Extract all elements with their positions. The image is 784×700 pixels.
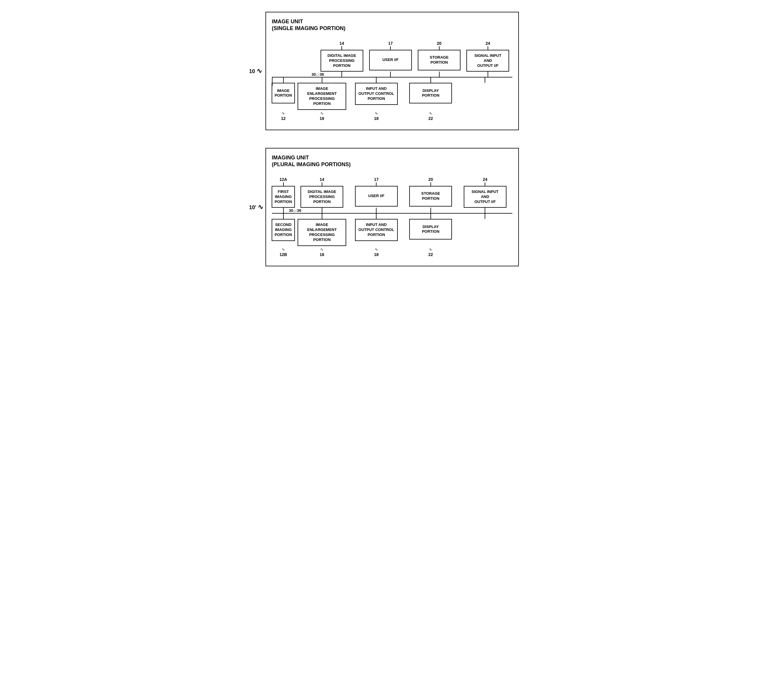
diag2-bottom-boxes: SECONDIMAGINGPORTION IMAGE ENLARGEMENTPR… [272, 219, 512, 246]
first-imaging-portion-box: FIRSTIMAGINGPORTION [272, 186, 295, 208]
diag1-bottom-numbers: ∿ 12 ∿ 16 ∿ 18 ∿ 22 [272, 111, 512, 121]
num-20-top-2: 20 [404, 177, 458, 182]
diag2-bus-row: 30↓↑36 [272, 213, 512, 213]
num-20-top: 20 [415, 41, 464, 46]
signal-input-output-if-box-1: SIGNAL INPUTANDOUTPUT I/F [466, 50, 509, 72]
num-14-top: 14 [318, 41, 366, 46]
bus-label-2: 30↓↑36 [289, 208, 301, 213]
num-14-top-2: 14 [295, 177, 349, 182]
bus-label-1: 30↓↑36 [312, 72, 324, 77]
diagram2-wrapper: 10' ∿ IMAGING UNIT (PLURAL IMAGING PORTI… [265, 148, 519, 266]
digital-image-processing-box-2: DIGITAL IMAGEPROCESSINGPORTION [300, 186, 343, 208]
user-if-box-1: USER I/F [369, 50, 412, 70]
diag1-top-numbers: 14 17 20 24 [272, 41, 512, 46]
diag2-connectors-from-bus [272, 213, 512, 219]
diagram1-unit-box: IMAGE UNIT (SINGLE IMAGING PORTION) 14 1… [265, 12, 519, 130]
user-if-box-2: USER I/F [355, 186, 398, 207]
unit1-label: 10 ∿ [249, 67, 262, 75]
storage-portion-box-2: STORAGEPORTION [409, 186, 452, 207]
display-portion-box-2: DISPLAYPORTION [409, 219, 452, 240]
diagram2-title: IMAGING UNIT (PLURAL IMAGING PORTIONS) [272, 154, 512, 168]
diag1-bottom-boxes: IMAGEPORTION IMAGE ENLARGEMENTPROCESSING… [272, 83, 512, 110]
num-22-bottom: 22 [404, 116, 458, 121]
unit2-label: 10' ∿ [249, 203, 263, 211]
diagram1-wrapper: 10 ∿ IMAGE UNIT (SINGLE IMAGING PORTION)… [265, 12, 519, 130]
diag2-top-numbers: 12A 14 17 20 24 [272, 177, 512, 182]
image-portion-box-1: IMAGEPORTION [272, 83, 295, 103]
second-imaging-portion-box: SECONDIMAGINGPORTION [272, 219, 295, 241]
diag2-connectors-to-bus [272, 208, 512, 213]
digital-image-processing-box-1: DIGITAL IMAGEPROCESSINGPORTION [320, 50, 363, 72]
num-16-bottom-2: 16 [295, 252, 349, 257]
storage-portion-box-1: STORAGEPORTION [418, 50, 460, 70]
diagrams-container: 10 ∿ IMAGE UNIT (SINGLE IMAGING PORTION)… [265, 12, 519, 266]
diag1-bus-row: 30↓↑36 [272, 77, 512, 77]
num-12-bottom: 12 [272, 116, 295, 121]
diagram1-title: IMAGE UNIT (SINGLE IMAGING PORTION) [272, 18, 512, 32]
signal-input-output-if-box-2: SIGNAL INPUTANDOUTPUT I/F [464, 186, 507, 208]
num-17-top: 17 [366, 41, 415, 46]
input-output-control-box-1: INPUT ANDOUTPUT CONTROLPORTION [355, 83, 398, 105]
diag1-top-boxes: DIGITAL IMAGEPROCESSINGPORTION USER I/F … [272, 50, 512, 72]
diag2-tick-row [272, 182, 512, 186]
num-12b-bottom: 12B [272, 252, 295, 257]
image-enlargement-box-1: IMAGE ENLARGEMENTPROCESSINGPORTION [298, 83, 346, 110]
num-24-top-2: 24 [458, 177, 512, 182]
diag1-tick-row [272, 46, 512, 50]
num-24-top: 24 [464, 41, 512, 46]
diagram2-unit-box: IMAGING UNIT (PLURAL IMAGING PORTIONS) 1… [265, 148, 519, 266]
num-12a-top: 12A [272, 177, 295, 182]
num-16-bottom: 16 [295, 116, 349, 121]
input-output-control-box-2: INPUT ANDOUTPUT CONTROLPORTION [355, 219, 398, 241]
display-portion-box-1: DISPLAYPORTION [409, 83, 452, 103]
diag2-top-boxes: FIRSTIMAGINGPORTION DIGITAL IMAGEPROCESS… [272, 186, 512, 208]
num-18-bottom-2: 18 [349, 252, 404, 257]
num-22-bottom-2: 22 [404, 252, 458, 257]
image-enlargement-box-2: IMAGE ENLARGEMENTPROCESSINGPORTION [298, 219, 346, 246]
num-17-top-2: 17 [349, 177, 404, 182]
diag1-connectors-from-bus [272, 77, 512, 83]
diag1-connectors-to-bus [272, 72, 512, 77]
diag2-bottom-numbers: ∿ 12B ∿ 16 ∿ 18 ∿ 22 [272, 247, 512, 257]
num-18-bottom: 18 [349, 116, 404, 121]
